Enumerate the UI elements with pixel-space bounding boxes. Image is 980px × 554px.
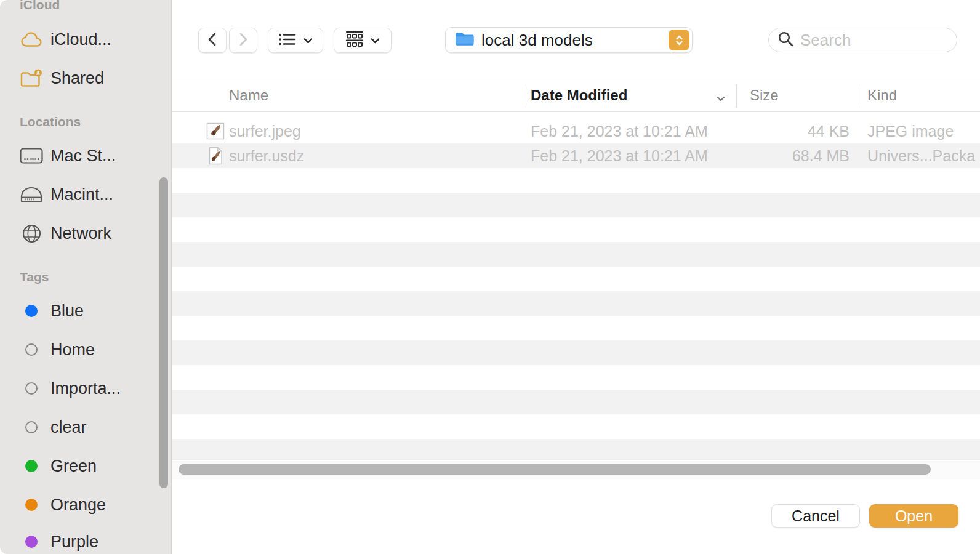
file-kind: Univers...Packa: [867, 143, 975, 168]
current-folder-popup[interactable]: local 3d models: [445, 27, 693, 53]
globe-icon: [20, 224, 43, 243]
column-header-kind[interactable]: Kind: [867, 79, 897, 111]
sidebar-item-tag-important[interactable]: Importa...: [0, 375, 172, 402]
tag-hollow-icon: [20, 382, 43, 395]
column-header-size[interactable]: Size: [750, 79, 779, 111]
sidebar-item-network[interactable]: Network: [0, 220, 172, 247]
sidebar-scrollbar-thumb[interactable]: [159, 177, 168, 488]
file-row-surfer-usdz[interactable]: surfer.usdz Feb 21, 2023 at 10:21 AM 68.…: [172, 143, 980, 168]
group-mode-dropdown[interactable]: [334, 28, 392, 53]
column-header-date-modified[interactable]: Date Modified: [531, 79, 627, 111]
back-button[interactable]: [198, 28, 227, 53]
sidebar-section-locations: Locations: [20, 114, 81, 129]
chevron-left-icon: [206, 32, 219, 49]
sidebar-item-mac-studio[interactable]: Mac St...: [0, 142, 172, 169]
file-size: 44 KB: [750, 119, 849, 143]
dialog-footer: Cancel Open: [172, 480, 980, 554]
sidebar-item-label: Mac St...: [50, 147, 116, 166]
sidebar-item-icloud-drive[interactable]: iCloud...: [0, 26, 172, 53]
group-view-icon: [345, 31, 364, 50]
sidebar-item-label: Orange: [50, 496, 106, 515]
hard-drive-icon: [20, 187, 43, 203]
image-thumbnail-icon: [206, 122, 225, 140]
sidebar-item-tag-clear[interactable]: clear: [0, 414, 172, 441]
popup-stepper-icon[interactable]: [669, 30, 689, 50]
empty-list-stripes: [172, 168, 980, 459]
sidebar-item-label: iCloud...: [50, 30, 111, 49]
sidebar-item-label: Importa...: [50, 379, 121, 398]
file-row-surfer-jpeg[interactable]: surfer.jpeg Feb 21, 2023 at 10:21 AM 44 …: [172, 119, 980, 143]
sidebar-item-label: Network: [50, 224, 111, 243]
column-divider[interactable]: [736, 84, 737, 108]
usdz-document-icon: [206, 147, 225, 165]
chevron-down-icon: [371, 35, 380, 46]
sidebar-section-icloud: iCloud: [20, 0, 60, 12]
column-divider[interactable]: [861, 84, 861, 108]
file-size: 68.4 MB: [750, 143, 849, 168]
chevron-down-icon: [303, 35, 313, 46]
cancel-button[interactable]: Cancel: [771, 504, 860, 528]
sidebar-item-tag-purple[interactable]: Purple: [0, 528, 172, 554]
sidebar-section-tags: Tags: [20, 270, 49, 284]
tag-hollow-icon: [20, 421, 43, 433]
sidebar-item-label: Green: [50, 457, 97, 476]
view-mode-dropdown[interactable]: [268, 28, 323, 53]
file-name: surfer.usdz: [229, 143, 304, 168]
tag-green-icon: [20, 460, 43, 472]
sidebar-item-label: clear: [50, 418, 87, 437]
cloud-icon: [20, 32, 43, 47]
tag-hollow-icon: [20, 343, 43, 356]
folder-icon: [455, 31, 474, 49]
tag-blue-icon: [20, 305, 43, 317]
forward-button[interactable]: [229, 28, 257, 53]
search-icon: [777, 31, 794, 50]
sidebar-item-macintosh-hd[interactable]: Macint...: [0, 181, 172, 208]
tag-purple-icon: [20, 536, 43, 548]
main-panel: local 3d models Name Date Modified: [172, 0, 980, 554]
horizontal-scrollbar[interactable]: [172, 459, 980, 480]
open-file-dialog: iCloud iCloud... Shared Locations: [0, 0, 980, 554]
file-kind: JPEG image: [867, 119, 954, 143]
dialog-sheet: iCloud iCloud... Shared Locations: [0, 0, 980, 554]
sidebar-item-tag-blue[interactable]: Blue: [0, 297, 172, 324]
chevron-right-icon: [237, 32, 249, 49]
column-header-name[interactable]: Name: [229, 79, 268, 111]
file-date-modified: Feb 21, 2023 at 10:21 AM: [531, 119, 708, 143]
shared-folder-icon: [20, 69, 43, 87]
sidebar-item-shared[interactable]: Shared: [0, 65, 172, 92]
search-box[interactable]: [768, 28, 957, 52]
sort-chevron-down-icon: [717, 93, 725, 104]
column-header-row: Name Date Modified Size Kind: [172, 79, 980, 112]
sidebar: iCloud iCloud... Shared Locations: [0, 0, 172, 554]
sidebar-item-tag-home[interactable]: Home: [0, 336, 172, 363]
search-input[interactable]: [800, 31, 942, 50]
tag-orange-icon: [20, 499, 43, 511]
sidebar-item-tag-green[interactable]: Green: [0, 452, 172, 480]
list-view-icon: [278, 33, 296, 49]
open-button[interactable]: Open: [869, 504, 958, 528]
file-name: surfer.jpeg: [229, 119, 301, 143]
current-folder-label: local 3d models: [481, 31, 669, 50]
sidebar-item-tag-orange[interactable]: Orange: [0, 491, 172, 518]
horizontal-scrollbar-thumb[interactable]: [179, 464, 931, 475]
file-date-modified: Feb 21, 2023 at 10:21 AM: [531, 143, 708, 168]
sidebar-item-label: Shared: [50, 69, 104, 88]
mac-studio-icon: [20, 148, 43, 164]
sidebar-item-label: Purple: [50, 532, 98, 552]
sidebar-item-label: Blue: [50, 302, 84, 321]
column-divider[interactable]: [524, 84, 524, 108]
sidebar-item-label: Home: [50, 340, 95, 359]
sidebar-item-label: Macint...: [50, 185, 113, 204]
